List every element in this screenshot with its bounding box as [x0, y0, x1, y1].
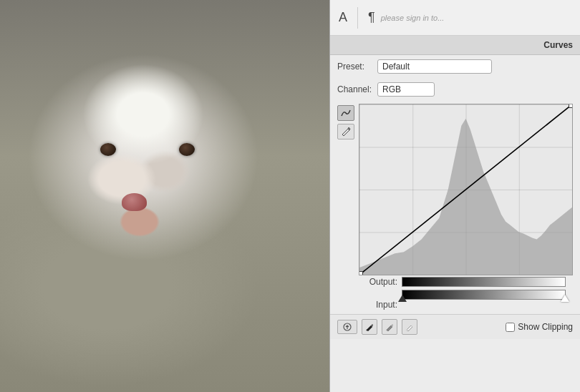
curves-panel: Curves Preset: Default Linear Medium Con… — [330, 36, 580, 392]
preset-dropdown-wrapper: Default Linear Medium Contrast Strong Co… — [377, 59, 492, 74]
channel-label: Channel: — [337, 84, 373, 94]
auto-icon — [342, 322, 352, 332]
gray-eyedropper-button[interactable] — [382, 319, 397, 335]
output-gradient-bar[interactable] — [402, 277, 566, 287]
black-eyedropper-icon — [364, 322, 374, 332]
show-clipping-label: Show Clipping — [518, 322, 573, 332]
paragraph-icon[interactable]: ¶ — [368, 10, 375, 25]
channel-dropdown-wrapper: RGB Red Green Blue — [377, 82, 435, 97]
show-clipping-checkbox[interactable] — [506, 323, 515, 332]
preset-dropdown[interactable]: Default Linear Medium Contrast Strong Co… — [377, 59, 492, 74]
black-eyedropper-button[interactable] — [362, 319, 377, 335]
photo-area — [0, 0, 329, 392]
text-icon-a[interactable]: A — [339, 10, 347, 25]
input-label-row: Input: — [366, 300, 566, 310]
slider-area — [366, 290, 566, 300]
pencil-tool-button[interactable] — [337, 124, 354, 139]
black-point-handle[interactable] — [398, 295, 407, 302]
preset-label: Preset: — [337, 62, 373, 72]
curves-title: Curves — [330, 36, 580, 55]
output-row: Output: — [359, 275, 573, 288]
white-point-handle[interactable] — [561, 295, 569, 302]
right-panel: A ¶ please sign in to... Curves Preset: … — [329, 0, 580, 392]
graph-section: Output: Input: — [330, 101, 580, 314]
white-eyedropper-icon — [405, 322, 415, 332]
svg-point-2 — [367, 330, 368, 331]
top-bar: A ¶ please sign in to... — [330, 0, 580, 36]
curves-graph[interactable] — [359, 104, 573, 275]
bottom-left-handle[interactable] — [359, 271, 363, 275]
svg-line-0 — [359, 104, 572, 275]
dog-eye-left — [100, 143, 116, 156]
bottom-toolbar: Show Clipping — [330, 314, 580, 339]
top-right-handle[interactable] — [569, 104, 573, 108]
input-label: Input: — [366, 300, 402, 310]
dog-nose — [122, 193, 147, 211]
channel-dropdown[interactable]: RGB Red Green Blue — [377, 82, 435, 97]
curve-tool-button[interactable] — [337, 105, 354, 121]
pencil-icon — [341, 127, 351, 137]
curves-graph-container: Output: Input: — [359, 104, 573, 313]
svg-point-4 — [407, 330, 408, 331]
white-eyedropper-button[interactable] — [402, 319, 417, 335]
show-clipping-row: Show Clipping — [506, 322, 573, 332]
channel-row: Channel: RGB Red Green Blue — [330, 78, 580, 101]
output-label: Output: — [366, 277, 402, 287]
dog-eyes — [86, 143, 215, 165]
graph-tools — [337, 104, 354, 313]
dog-eye-right — [179, 143, 195, 156]
curve-icon — [341, 109, 351, 117]
gray-eyedropper-icon — [385, 322, 395, 332]
input-slider-track[interactable] — [402, 290, 566, 300]
input-section: Input: — [359, 288, 573, 313]
preset-row: Preset: Default Linear Medium Contrast S… — [330, 55, 580, 78]
separator — [357, 7, 358, 29]
svg-point-3 — [387, 330, 388, 331]
auto-button[interactable] — [337, 320, 357, 334]
sign-in-text: please sign in to... — [381, 14, 445, 22]
dog-photo — [0, 0, 329, 392]
diagonal-svg — [359, 104, 572, 275]
